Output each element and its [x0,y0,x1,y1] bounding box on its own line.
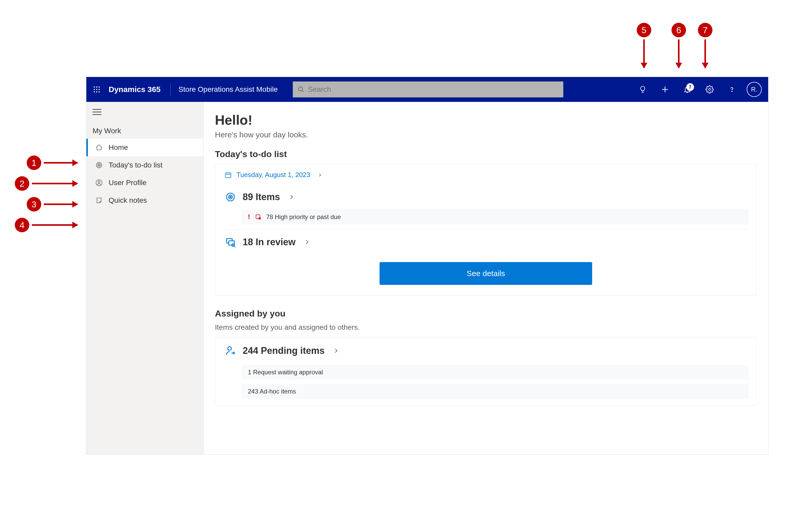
chevron-right-icon [333,348,339,354]
callout-badge-7: 7 [698,23,713,37]
sidebar-item-label: Home [109,143,128,152]
todo-card: Tuesday, August 1, 2023 89 Items ! [215,164,757,296]
items-label: 89 Items [243,191,280,202]
svg-point-5 [98,89,100,90]
review-icon [225,237,236,247]
review-label: 18 In review [243,237,296,248]
bell-icon[interactable]: 7 [678,81,696,98]
svg-line-10 [302,90,304,92]
svg-point-20 [98,165,99,166]
search-icon [298,86,304,93]
svg-point-4 [96,89,97,90]
search-field[interactable] [308,85,558,94]
pending-label: 244 Pending items [243,345,325,356]
app-launcher-icon[interactable] [91,84,102,95]
calendar-icon [225,171,232,179]
person-arrow-icon [225,345,236,356]
svg-rect-23 [226,173,231,178]
date-label: Tuesday, August 1, 2023 [236,171,310,179]
hamburger-icon[interactable] [86,104,203,119]
callout-badge-2: 2 [15,176,29,191]
avatar-button[interactable]: R. [745,81,763,98]
avatar-initials: R. [747,82,762,97]
date-selector[interactable]: Tuesday, August 1, 2023 [223,171,749,185]
notification-count: 7 [686,83,694,91]
svg-point-1 [96,86,97,88]
review-row[interactable]: 18 In review [223,230,749,254]
svg-point-22 [98,181,100,183]
greeting-title: Hello! [215,112,757,128]
assigned-subrow-1-label: 1 Request waiting approval [248,368,323,376]
assigned-subrow-2-label: 243 Ad-hoc items [248,388,296,395]
svg-point-2 [98,86,100,88]
sidebar-section-label: My Work [86,119,203,139]
flag-icon [255,214,262,220]
sidebar-item-label: Today's to-do list [109,161,163,169]
items-row[interactable]: 89 Items [223,185,749,209]
brand-divider [170,83,171,96]
app-window: Dynamics 365 Store Operations Assist Mob… [86,77,768,455]
svg-point-8 [98,91,100,93]
chevron-right-icon [318,173,322,177]
sidebar-item-notes[interactable]: Quick notes [86,191,203,209]
priority-label: 78 High priority or past due [266,213,341,221]
svg-point-13 [709,88,711,90]
assigned-subrow-1: 1 Request waiting approval [242,365,749,380]
sidebar-item-home[interactable]: Home [86,139,203,156]
note-icon [95,197,103,204]
callout-arrow [32,183,78,184]
sidebar-item-label: User Profile [109,179,147,187]
alert-icon: ! [248,213,250,221]
assigned-subrow-2: 243 Ad-hoc items [242,384,749,399]
assigned-heading: Assigned by you [215,309,757,319]
svg-point-14 [732,91,732,92]
plus-icon[interactable] [656,81,674,98]
lightbulb-icon[interactable] [634,81,652,98]
callout-badge-4: 4 [15,218,29,232]
sidebar-item-profile[interactable]: User Profile [86,174,203,191]
gear-icon[interactable] [701,81,718,98]
callout-badge-1: 1 [27,156,41,170]
priority-row: ! 78 High priority or past due [242,209,749,225]
search-input[interactable] [293,81,563,97]
greeting-subtitle: Here's how your day looks. [215,131,757,139]
svg-point-31 [258,217,261,220]
callout-arrow [44,203,78,205]
help-icon[interactable] [723,81,741,98]
main-content: Hello! Here's how your day looks. Today'… [204,102,768,454]
chevron-right-icon [288,194,295,200]
chevron-right-icon [304,239,310,245]
home-icon [95,144,103,151]
svg-line-35 [234,246,235,247]
svg-point-7 [96,91,97,93]
pending-row[interactable]: 244 Pending items [223,344,749,363]
see-details-button[interactable]: See details [380,262,592,285]
target-icon [95,162,103,169]
todo-heading: Today's to-do list [215,149,757,159]
brand-label: Dynamics 365 [106,85,166,94]
sidebar-item-label: Quick notes [109,196,147,204]
app-name-label: Store Operations Assist Mobile [175,85,278,94]
header-bar: Dynamics 365 Store Operations Assist Mob… [86,77,768,102]
callout-badge-5: 5 [637,23,651,37]
callout-arrow [643,39,645,68]
assigned-desc: Items created by you and assigned to oth… [215,323,757,332]
svg-point-0 [94,86,95,88]
callout-arrow [32,224,78,226]
svg-point-9 [299,87,302,91]
callout-arrow [44,162,78,164]
callout-badge-3: 3 [27,197,41,212]
svg-point-36 [228,347,232,350]
assigned-card: 244 Pending items 1 Request waiting appr… [215,337,757,406]
callout-badge-6: 6 [671,23,686,37]
callout-arrow [678,39,679,68]
sidebar: My Work Home Today's to-do list User Pro… [86,102,204,454]
target-icon [225,192,236,202]
user-icon [95,179,103,186]
svg-point-3 [94,89,95,90]
svg-point-29 [230,196,231,198]
callout-arrow [705,39,706,68]
svg-point-6 [94,91,95,93]
sidebar-item-todo[interactable]: Today's to-do list [86,156,203,174]
